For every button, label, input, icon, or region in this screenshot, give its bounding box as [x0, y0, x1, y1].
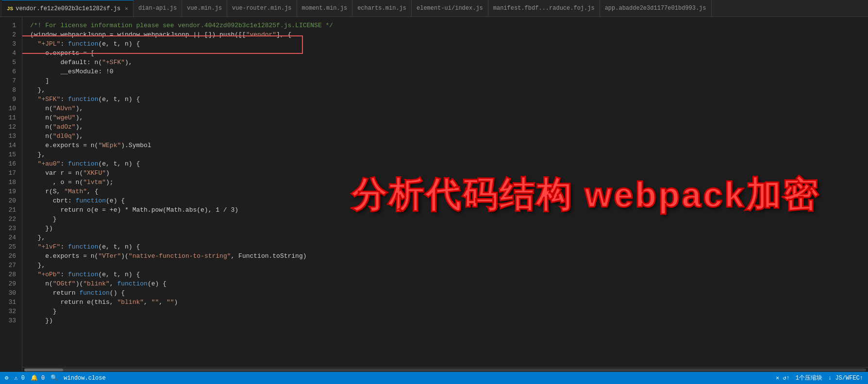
code-editor[interactable]: /*! For license information please see v…: [22, 17, 868, 372]
code-line-13: n("dl0q"),: [30, 132, 868, 141]
status-errors: ⚠ 0: [14, 374, 25, 382]
tab-element-label: element-ui/index.js: [417, 5, 483, 12]
status-branch-icon: ⚙: [5, 374, 8, 382]
tab-element-index[interactable]: element-ui/index.js: [412, 0, 488, 17]
code-line-16: "+au0": function(e, t, n) {: [30, 159, 868, 168]
status-search-text: window.close: [64, 375, 105, 382]
tab-vendor-label: vendor.fe1z2e092b3c1e1282sf.js: [16, 5, 120, 12]
status-right: ✕ ↺↑ 1个压缩块 ↓ JS/WFEC↑: [776, 374, 863, 382]
code-line-10: n("AUvn"),: [30, 104, 868, 113]
code-line-3: "+JPL": function(e, t, n) {: [30, 39, 868, 49]
horizontal-scrollbar[interactable]: [22, 367, 868, 372]
code-line-8: },: [30, 85, 868, 95]
scrollbar-track: [24, 368, 866, 371]
editor-area: 12345 678910 1112131415 1617181920 21222…: [0, 17, 868, 372]
code-line-23: }): [30, 224, 868, 233]
tab-bar: JS vendor.fe1z2e092b3c1e1282sf.js ✕ dian…: [0, 0, 868, 17]
scrollbar-thumb[interactable]: [24, 368, 63, 371]
status-bar: ⚙ ⚠ 0 🔔 0 🔍 window.close ✕ ↺↑ 1个压缩块 ↓ JS…: [0, 372, 868, 384]
tab-vue-router-label: vue-router.min.js: [232, 5, 291, 12]
code-line-24: },: [30, 233, 868, 242]
search-icon[interactable]: 🔍: [50, 374, 58, 382]
tab-echarts-label: echarts.min.js: [357, 5, 406, 12]
status-bell: 🔔 0: [31, 374, 45, 382]
line-numbers: 12345 678910 1112131415 1617181920 21222…: [0, 17, 22, 372]
code-line-5: default: n("+SFK"),: [30, 58, 868, 67]
code-line-14: e.exports = n("WEpk").Symbol: [30, 141, 868, 150]
tab-manifest[interactable]: manifest.fbdf...raduce.foj.js: [488, 0, 600, 17]
code-line-7: ]: [30, 76, 868, 85]
tab-echarts[interactable]: echarts.min.js: [352, 0, 412, 17]
status-left: ⚙ ⚠ 0 🔔 0 🔍 window.close: [5, 374, 106, 382]
code-line-27: },: [30, 261, 868, 270]
code-line-6: __esModule: !0: [30, 67, 868, 76]
tab-vue-min[interactable]: vue.min.js: [182, 0, 227, 17]
tab-vue-min-label: vue.min.js: [187, 5, 222, 12]
code-line-2: (window.webpackJsonp = window.webpackJso…: [30, 30, 868, 39]
code-line-26: e.exports = n("VTer")("native-function-t…: [30, 251, 868, 261]
tab-moment[interactable]: moment.min.js: [297, 0, 353, 17]
code-line-28: "+oPb": function(e, t, n) {: [30, 270, 868, 279]
tab-moment-label: moment.min.js: [302, 5, 348, 12]
code-line-11: n("wgeU"),: [30, 113, 868, 122]
code-line-32: }: [30, 307, 868, 316]
tab-vue-router[interactable]: vue-router.min.js: [227, 0, 297, 17]
status-close-icon: ✕ ↺↑: [776, 374, 790, 382]
code-line-31: return e(this, "blink", "", ""): [30, 298, 868, 307]
code-line-25: "+lvF": function(e, t, n) {: [30, 242, 868, 251]
status-compress: 1个压缩块: [796, 374, 822, 382]
code-line-12: n("adOz"),: [30, 122, 868, 132]
tab-dian-api[interactable]: dian-api.js: [134, 0, 182, 17]
tab-app-label: app.abadde2e3d1177e01bd993.js: [605, 5, 706, 12]
tab-vendor-close[interactable]: ✕: [125, 5, 128, 12]
code-line-17: var r = n("XKFU"): [30, 168, 868, 178]
js-icon: JS: [7, 6, 13, 12]
code-line-29: n("OGtf")("blink", function(e) {: [30, 279, 868, 288]
code-line-20: cbrt: function(e) {: [30, 196, 868, 205]
code-line-18: , o = n("lvtm");: [30, 178, 868, 187]
code-line-33: }): [30, 316, 868, 325]
code-line-22: }: [30, 215, 868, 224]
code-line-15: },: [30, 150, 868, 159]
code-line-21: return o(e = +e) * Math.pow(Math.abs(e),…: [30, 205, 868, 215]
status-language: ↓ JS/WFEC↑: [828, 375, 863, 382]
tab-manifest-label: manifest.fbdf...raduce.foj.js: [493, 5, 595, 12]
tab-dian-api-label: dian-api.js: [138, 5, 177, 12]
code-line-19: r(S, "Math", {: [30, 187, 868, 196]
code-line-9: "+SFK": function(e, t, n) {: [30, 95, 868, 104]
code-line-30: return function() {: [30, 288, 868, 298]
code-line-1: /*! For license information please see v…: [30, 21, 868, 30]
tab-app[interactable]: app.abadde2e3d1177e01bd993.js: [600, 0, 712, 17]
tab-vendor[interactable]: JS vendor.fe1z2e092b3c1e1282sf.js ✕: [2, 0, 134, 17]
code-line-4: e.exports = [: [30, 49, 868, 58]
